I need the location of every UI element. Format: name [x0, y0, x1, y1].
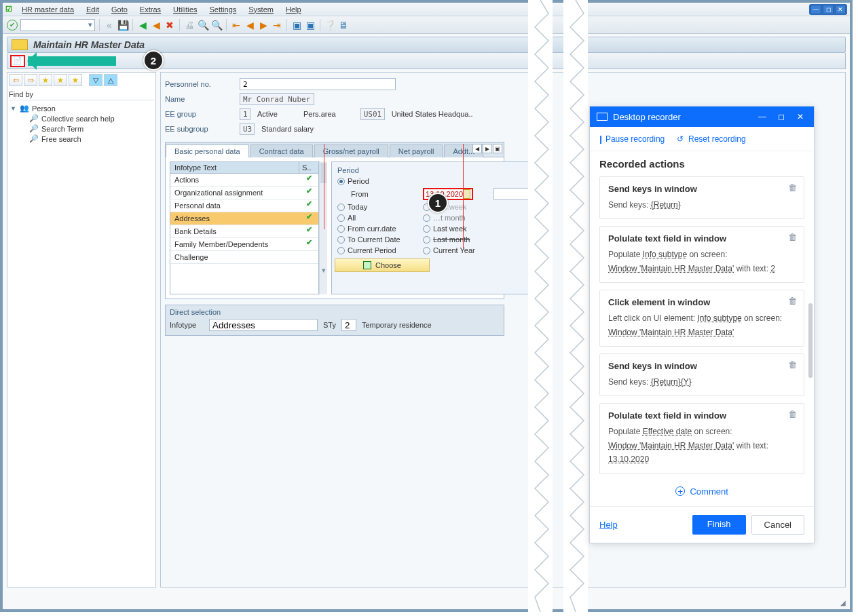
table-row[interactable]: Addresses✔ — [170, 212, 318, 225]
reset-recording-button[interactable]: ↺ Reset recording — [677, 134, 745, 144]
radio-today[interactable] — [337, 204, 345, 211]
expander-icon[interactable]: ▼ — [10, 105, 17, 112]
radio-curyear[interactable] — [423, 247, 430, 254]
shortcut-icon[interactable]: ▣ — [305, 20, 316, 31]
back-green-icon[interactable]: ◀ — [137, 20, 148, 31]
expand-all-icon[interactable]: ▽ — [89, 74, 102, 86]
menu-item[interactable]: Help — [280, 5, 307, 14]
table-scrollbar[interactable]: ▾ — [319, 161, 327, 294]
radio-period[interactable] — [337, 178, 345, 185]
table-row[interactable]: Organizational assignment✔ — [170, 187, 318, 199]
find-next-icon[interactable]: 🔍 — [211, 20, 222, 31]
radio-lastmonth[interactable] — [423, 236, 430, 244]
back-icon[interactable]: « — [104, 20, 115, 31]
save-icon[interactable]: 💾 — [117, 20, 128, 31]
first-page-icon[interactable]: ⇤ — [231, 20, 242, 31]
rec-minimize-icon[interactable]: — — [756, 112, 769, 121]
col-status[interactable]: S.. — [299, 162, 318, 173]
tree-node[interactable]: Search Term — [41, 125, 83, 133]
recorded-action-card[interactable]: Send keys in window🗑Send keys: {Return} — [599, 176, 804, 219]
nav-fwd-icon[interactable]: ⇨ — [24, 74, 37, 86]
infotype-input[interactable] — [209, 319, 318, 331]
col-infotype-text[interactable]: Infotype Text — [170, 162, 299, 173]
fav2-icon[interactable]: ★ — [54, 74, 67, 86]
delete-icon[interactable]: 🗑 — [788, 296, 797, 306]
card-line: Left click on UI element: Info subtype o… — [608, 311, 796, 325]
nav-back-icon[interactable]: ⇦ — [9, 74, 22, 86]
cancel-icon[interactable]: ✖ — [164, 20, 175, 31]
print-icon[interactable]: 🖨 — [184, 20, 195, 31]
tab-list-icon[interactable]: ▣ — [493, 144, 502, 153]
tree-node[interactable]: Collective search help — [41, 115, 115, 123]
tree-node[interactable]: Person — [32, 104, 56, 113]
table-row[interactable]: Bank Details✔ — [170, 225, 318, 238]
resize-handle-icon[interactable]: ◢ — [840, 599, 846, 607]
delete-icon[interactable]: 🗑 — [788, 409, 797, 419]
radio-lastweek[interactable] — [423, 225, 430, 233]
recorded-action-card[interactable]: Polulate text field in window🗑Populate I… — [599, 226, 804, 283]
find-icon[interactable]: 🔍 — [198, 20, 208, 31]
rec-maximize-icon[interactable]: ◻ — [775, 112, 788, 121]
menu-item[interactable]: HR master data — [16, 5, 79, 14]
infotype-label: Infotype — [170, 321, 204, 329]
tab-scroll-left-icon[interactable]: ◀ — [472, 144, 482, 153]
choose-button[interactable]: Choose — [335, 258, 430, 272]
exit-icon[interactable]: ◀ — [151, 20, 162, 31]
menu-item[interactable]: Edit — [81, 5, 105, 14]
recorder-header: Desktop recorder — ◻ ✕ — [590, 107, 814, 127]
collapse-all-icon[interactable]: △ — [104, 74, 117, 86]
tab-contract[interactable]: Contract data — [250, 145, 313, 157]
delete-icon[interactable]: 🗑 — [788, 232, 797, 242]
sty-input[interactable] — [341, 319, 356, 331]
cancel-button[interactable]: Cancel — [751, 515, 804, 535]
add-comment-button[interactable]: + Comment — [599, 481, 804, 506]
radio-all[interactable] — [337, 214, 345, 222]
menu-item[interactable]: Settings — [204, 5, 242, 14]
close-icon[interactable]: ✕ — [835, 5, 846, 14]
table-row[interactable]: Family Member/Dependents✔ — [170, 238, 318, 251]
menu-item[interactable]: Extras — [134, 5, 166, 14]
maximize-icon[interactable]: ◻ — [823, 5, 834, 14]
next-page-icon[interactable]: ▶ — [258, 20, 269, 31]
recorded-action-card[interactable]: Click element in window🗑Left click on UI… — [599, 290, 804, 347]
enter-icon[interactable]: ✔ — [7, 20, 18, 31]
finish-button[interactable]: Finish — [692, 515, 746, 535]
transaction-code-input[interactable] — [20, 19, 95, 31]
sty-text: Temporary residence — [362, 321, 432, 329]
rec-close-icon[interactable]: ✕ — [794, 112, 807, 121]
tab-net[interactable]: Net payroll — [390, 145, 443, 157]
layout-icon[interactable]: 🖥 — [338, 20, 349, 31]
delete-icon[interactable]: 🗑 — [788, 182, 797, 193]
calendar-icon[interactable] — [463, 189, 470, 199]
new-session-icon[interactable]: ▣ — [291, 20, 302, 31]
table-row[interactable]: Actions✔ — [170, 174, 318, 187]
table-row[interactable]: Challenge — [170, 251, 318, 264]
tab-basic[interactable]: Basic personal data — [166, 145, 249, 157]
fav-icon[interactable]: ★ — [39, 74, 52, 86]
radio-curmonth[interactable] — [423, 214, 430, 222]
recorded-action-card[interactable]: Polulate text field in window🗑Populate E… — [599, 403, 804, 474]
prev-page-icon[interactable]: ◀ — [244, 20, 255, 31]
minimize-icon[interactable]: — — [810, 5, 821, 14]
recorder-help-link[interactable]: Help — [599, 520, 618, 530]
pause-recording-button[interactable]: || Pause recording — [599, 134, 665, 144]
radio-tocurr[interactable] — [337, 236, 345, 244]
recorded-action-card[interactable]: Send keys in window🗑Send keys: {Return}{… — [599, 353, 804, 396]
menu-command-icon[interactable]: ☑ — [5, 5, 12, 14]
period-group: Period Period From 13.10.2020 Today — [331, 161, 542, 294]
help-icon[interactable]: ❔ — [324, 20, 335, 31]
menu-item[interactable]: Goto — [106, 5, 133, 14]
delete-icon[interactable]: 🗑 — [788, 360, 797, 370]
menu-item[interactable]: System — [243, 5, 279, 14]
tab-gross[interactable]: Gross/net payroll — [314, 145, 388, 157]
last-page-icon[interactable]: ⇥ — [272, 20, 282, 31]
radio-curperiod[interactable] — [337, 247, 345, 254]
table-row[interactable]: Personal data✔ — [170, 199, 318, 212]
pernr-input[interactable] — [240, 78, 396, 90]
tab-scroll-right-icon[interactable]: ▶ — [483, 144, 492, 153]
tree-node[interactable]: Free search — [41, 135, 81, 143]
radio-fromcurr[interactable] — [337, 225, 345, 233]
recorder-scrollbar[interactable] — [808, 154, 813, 502]
menu-item[interactable]: Utilities — [168, 5, 202, 14]
fav3-icon[interactable]: ★ — [69, 74, 82, 86]
